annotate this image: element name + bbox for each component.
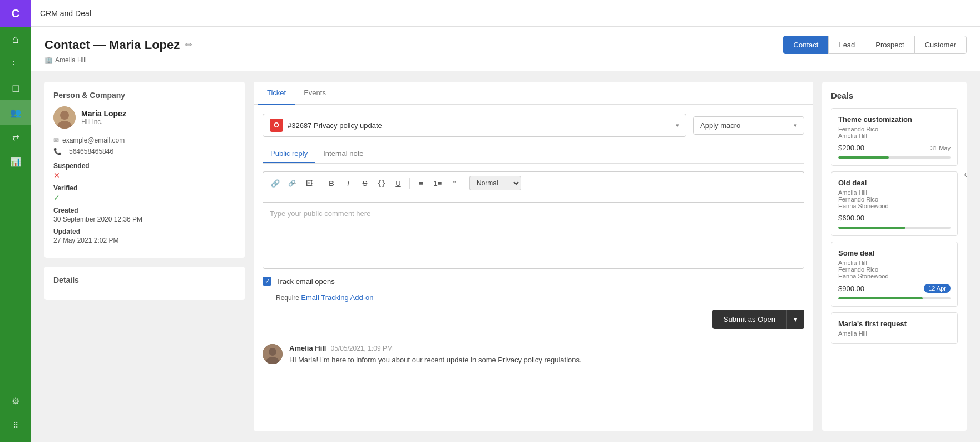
deal-footer-1: $200.00 31 May [838,144,951,152]
email-row: ✉ example@email.com [53,136,236,144]
reply-tab-public[interactable]: Public reply [263,145,315,163]
reply-editor[interactable]: Type your public comment here [263,202,804,269]
person-company-title: Person & Company [53,91,236,100]
editor-toolbar: 🔗 🔗̶ 🖼 B I S {} U ≡ 1≡ " [263,171,804,194]
toolbar-unlink-btn[interactable]: 🔗̶ [284,175,300,191]
app-logo[interactable]: C [0,0,31,27]
track-email-link[interactable]: Email Tracking Add-on [301,293,373,302]
toolbar-italic-btn[interactable]: I [340,175,356,191]
stage-buttons: Contact Lead Prospect Customer [783,36,967,54]
editor-placeholder: Type your public comment here [270,209,370,218]
deal-progress-bar-1 [838,156,889,159]
deal-footer-3: $900.00 12 Apr [838,284,951,293]
person-name: Maria Lopez [81,109,126,118]
sidebar-item-contacts[interactable]: 👥 [0,100,31,125]
left-panel: Person & Company Maria Lopez Hill inc. ✉ [44,82,245,431]
sidebar-item-deals[interactable]: 🏷 [0,51,31,76]
sidebar-item-apps[interactable]: ⠿ [0,413,31,438]
ticket-name: #32687 Privacy policy update [288,121,676,130]
ticket-selector[interactable]: O #32687 Privacy policy update ▾ [263,114,686,137]
sidebar-item-box[interactable]: ◻ [0,76,31,100]
suspended-value: ✕ [53,171,236,180]
phone-value: +564658465846 [65,148,113,155]
toolbar-sep-2 [409,178,410,189]
toolbar-image-btn[interactable]: 🖼 [301,175,316,191]
deal-persons-1: Fernando RicoAmelia Hill [838,126,951,139]
deal-badge-3: 12 Apr [924,284,951,293]
building-icon: 🏢 [44,56,53,64]
page-body: Person & Company Maria Lopez Hill inc. ✉ [31,71,980,442]
deal-wrapper-2: Old deal Amelia HillFernando RicoHanna S… [831,171,958,236]
details-card: Details [44,267,245,300]
deal-progress-2 [838,227,951,229]
stage-lead[interactable]: Lead [828,36,865,54]
comment-avatar [263,344,283,364]
contact-company: Amelia Hill [55,56,87,64]
email-value: example@email.com [62,136,125,144]
updated-value: 27 May 2021 2:02 PM [53,237,236,244]
macro-chevron-icon: ▾ [794,122,797,129]
verified-field: Verified ✓ [53,184,236,202]
phone-icon: 📞 [53,148,62,155]
deal-card-3[interactable]: Some deal Amelia HillFernando RicoHanna … [831,242,958,307]
edit-icon[interactable]: ✏ [185,40,192,50]
person-header: Maria Lopez Hill inc. [53,106,236,129]
submit-button[interactable]: Submit as Open [712,310,786,329]
stage-contact[interactable]: Contact [783,36,829,54]
deal-card-2[interactable]: Old deal Amelia HillFernando RicoHanna S… [831,171,958,236]
toolbar-bold-btn[interactable]: B [324,175,339,191]
verified-label: Verified [53,184,236,192]
deal-progress-bar-3 [838,297,923,299]
toolbar-sep-1 [320,178,320,189]
updated-label: Updated [53,228,236,235]
person-company-name: Hill inc. [81,118,126,126]
track-email-sub: Require [276,294,301,302]
deal-name-3: Some deal [838,249,951,257]
track-email-checkbox[interactable]: ✓ [263,277,271,286]
tab-ticket[interactable]: Ticket [258,82,295,105]
updated-field: Updated 27 May 2021 2:02 PM [53,228,236,244]
created-value: 30 September 2020 12:36 PM [53,215,236,223]
deal-card-4[interactable]: Maria's first request Amelia Hill [831,312,958,344]
ticket-area: O #32687 Privacy policy update ▾ Apply m… [254,105,813,431]
format-select[interactable]: Normal Heading 1 Heading 2 Heading 3 [469,176,521,190]
comment-header: Amelia Hill 05/05/2021, 1:09 PM [289,344,804,352]
sidebar-item-home[interactable]: ⌂ [0,27,31,51]
page-title: Contact — Maria Lopez [44,38,180,52]
toolbar-strike-btn[interactable]: S [357,175,373,191]
sidebar-item-arrows[interactable]: ⇄ [0,125,31,149]
deal-footer-2: $600.00 [838,214,951,222]
sidebar-item-chart[interactable]: 📊 [0,149,31,174]
deal-wrapper-3: Some deal Amelia HillFernando RicoHanna … [831,242,958,307]
ticket-chevron-icon: ▾ [676,122,679,129]
reply-tabs: Public reply Internal note [263,145,804,164]
stage-prospect[interactable]: Prospect [865,36,914,54]
toolbar-ol-btn[interactable]: 1≡ [430,175,446,191]
macro-selector[interactable]: Apply macro ▾ [693,116,804,135]
verified-value: ✓ [53,193,236,202]
suspended-label: Suspended [53,162,236,170]
deals-title: Deals [831,91,958,100]
svg-point-1 [60,111,69,120]
comment-author: Amelia Hill [289,344,326,352]
toolbar-link-btn[interactable]: 🔗 [268,175,283,191]
deal-card-1[interactable]: Theme customization Fernando RicoAmelia … [831,108,958,166]
toolbar-ul-btn[interactable]: ≡ [413,175,429,191]
deal-progress-1 [838,156,951,159]
tab-events[interactable]: Events [295,82,335,105]
deal-persons-2: Amelia HillFernando RicoHanna Stonewood [838,189,951,209]
deal-name-2: Old deal [838,179,951,187]
topbar: CRM and Deal [31,0,980,27]
phone-row: 📞 +564658465846 [53,148,236,155]
contact-title-row: Contact — Maria Lopez ✏ Contact Lead Pro… [44,36,967,54]
deal-name-1: Theme customization [838,115,951,124]
reply-tab-internal[interactable]: Internal note [315,145,371,163]
deal-wrapper-4: Maria's first request Amelia Hill Growth… [831,312,958,344]
stage-customer[interactable]: Customer [914,36,967,54]
toolbar-underline-btn[interactable]: U [390,175,406,191]
submit-dropdown-button[interactable]: ▾ [786,310,804,329]
deal-name-4: Maria's first request [838,320,951,328]
sidebar-item-settings[interactable]: ⚙ [0,389,31,413]
toolbar-quote-btn[interactable]: " [447,175,462,191]
toolbar-code-btn[interactable]: {} [374,175,389,191]
